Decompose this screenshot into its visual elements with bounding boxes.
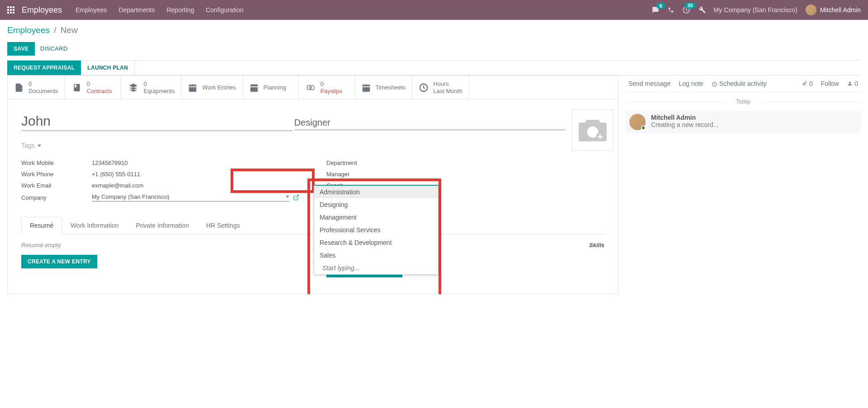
stat-buttons: 0Documents 0Contracts 0Equipments Work E… — [8, 76, 618, 99]
timesheets-icon — [361, 83, 371, 93]
chatter-today-separator: Today — [626, 98, 861, 105]
msg-avatar-icon — [629, 114, 646, 130]
chatter-message: Mitchell Admin Creating a new record... — [626, 111, 861, 133]
work-phone-value[interactable]: +1 (650) 555-0111 — [92, 171, 299, 178]
msg-author: Mitchell Admin — [651, 114, 857, 121]
phone-icon[interactable] — [668, 7, 674, 13]
hours-icon — [419, 83, 429, 93]
stat-button-planning[interactable]: Planning — [243, 76, 299, 99]
contracts-icon — [71, 83, 82, 92]
work-phone-label: Work Phone — [21, 171, 92, 178]
documents-icon — [14, 82, 24, 93]
dropdown-item[interactable]: Sales — [314, 249, 438, 262]
svg-rect-1 — [189, 84, 197, 92]
activity-badge: 30 — [684, 2, 695, 9]
user-avatar-icon — [806, 5, 816, 15]
employee-name-input[interactable] — [21, 112, 292, 131]
stat-button-hours[interactable]: HoursLast Month — [412, 76, 469, 99]
stat-button-payslips[interactable]: 0Payslips — [299, 76, 355, 99]
work-email-label: Work Email — [21, 182, 92, 189]
job-title-input[interactable] — [294, 116, 566, 130]
department-label: Department — [326, 159, 397, 166]
top-navbar: Employees Employees Departments Reportin… — [0, 0, 868, 20]
equipments-icon — [127, 83, 139, 93]
svg-rect-2 — [250, 84, 258, 92]
chevron-down-icon — [286, 196, 289, 198]
form-tabs: Resumé Work Information Private Informat… — [21, 217, 604, 234]
dropdown-typing-hint: Start typing... — [314, 262, 438, 274]
menu-reporting[interactable]: Reporting — [166, 6, 194, 14]
follow-button[interactable]: Follow — [821, 80, 839, 87]
external-link-icon[interactable] — [293, 194, 299, 201]
svg-rect-3 — [307, 85, 314, 89]
request-appraisal-button[interactable]: REQUEST APPRAISAL — [7, 61, 81, 75]
attachments-count[interactable]: 0 — [802, 80, 813, 87]
dropdown-item[interactable]: Professional Services — [314, 224, 438, 236]
chat-icon[interactable]: 8 — [651, 6, 660, 14]
resume-empty-text: Resumé empty — [21, 242, 299, 249]
payslips-icon — [305, 84, 316, 92]
dropdown-item[interactable]: Research & Development — [314, 236, 438, 249]
work-mobile-label: Work Mobile — [21, 159, 92, 166]
stat-button-contracts[interactable]: 0Contracts — [65, 76, 121, 99]
dropdown-item[interactable]: Designing — [314, 198, 438, 211]
followers-count[interactable]: 0 — [847, 80, 858, 87]
photo-upload[interactable] — [572, 109, 613, 151]
company-label: Company — [21, 194, 92, 201]
stat-button-work-entries[interactable]: Work Entries — [181, 76, 242, 99]
planning-icon — [249, 83, 259, 93]
settings-icon[interactable] — [698, 6, 706, 14]
work-entries-icon — [188, 83, 198, 93]
schedule-activity-link[interactable]: Schedule activity — [712, 80, 767, 87]
tab-private-info[interactable]: Private Information — [127, 217, 198, 234]
status-bar: REQUEST APPRAISAL LAUNCH PLAN — [7, 60, 861, 75]
work-mobile-value[interactable]: 12345678910 — [92, 159, 299, 166]
tab-resume[interactable]: Resumé — [21, 217, 62, 234]
page-header: Employees / New SAVE DISCARD — [0, 20, 868, 60]
msg-text: Creating a new record... — [651, 121, 857, 128]
svg-rect-5 — [362, 84, 370, 92]
breadcrumb-root[interactable]: Employees — [7, 25, 50, 35]
menu-departments[interactable]: Departments — [118, 6, 155, 14]
breadcrumb: Employees / New — [7, 25, 861, 35]
dropdown-item[interactable]: Administration — [314, 186, 438, 198]
tab-work-info[interactable]: Work Information — [62, 217, 127, 234]
tags-input[interactable]: Tags — [21, 142, 94, 150]
log-note-link[interactable]: Log note — [679, 80, 703, 87]
menu-employees[interactable]: Employees — [75, 6, 107, 14]
discard-button[interactable]: DISCARD — [40, 42, 68, 56]
apps-icon[interactable] — [7, 6, 14, 14]
department-dropdown: Administration Designing Management Prof… — [314, 185, 439, 275]
work-email-value[interactable]: exmaple@mail.com — [92, 182, 299, 189]
menu-configuration[interactable]: Configuration — [206, 6, 243, 14]
breadcrumb-current: New — [61, 25, 78, 35]
user-name: Mitchell Admin — [820, 6, 861, 14]
chatter-panel: Send message Log note Schedule activity … — [626, 75, 861, 294]
tab-hr-settings[interactable]: HR Settings — [198, 217, 249, 234]
main-menu: Employees Departments Reporting Configur… — [75, 6, 651, 14]
chevron-down-icon — [38, 145, 41, 147]
form-sheet: 0Documents 0Contracts 0Equipments Work E… — [7, 75, 618, 294]
stat-button-equipments[interactable]: 0Equipments — [121, 76, 182, 99]
stat-button-timesheets[interactable]: Timesheets — [355, 76, 413, 99]
company-selector[interactable]: My Company (San Francisco) — [714, 6, 797, 14]
send-message-link[interactable]: Send message — [628, 80, 670, 87]
company-value[interactable]: My Company (San Francisco) — [92, 193, 289, 202]
launch-plan-button[interactable]: LAUNCH PLAN — [81, 61, 134, 75]
manager-label: Manager — [326, 171, 397, 178]
svg-point-4 — [309, 86, 311, 89]
dropdown-item[interactable]: Management — [314, 211, 438, 224]
chat-badge: 8 — [656, 3, 665, 9]
app-brand[interactable]: Employees — [22, 5, 62, 15]
create-resume-entry-button[interactable]: CREATE A NEW ENTRY — [21, 255, 97, 268]
user-menu[interactable]: Mitchell Admin — [806, 5, 861, 15]
save-button[interactable]: SAVE — [7, 42, 35, 56]
stat-button-documents[interactable]: 0Documents — [8, 76, 65, 99]
activity-icon[interactable]: 30 — [682, 6, 690, 14]
